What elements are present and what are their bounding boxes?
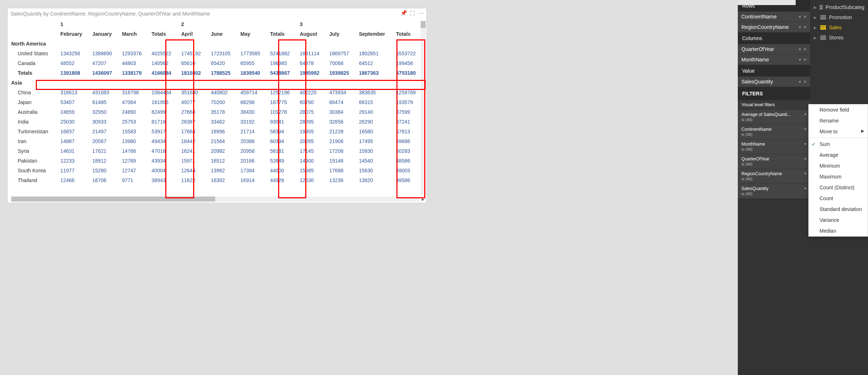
matrix-cell[interactable]: 20285 [297, 136, 327, 146]
matrix-cell[interactable]: 59686 [393, 136, 423, 146]
column-header[interactable]: Totals [393, 29, 423, 39]
matrix-cell[interactable]: 38430 [238, 107, 267, 117]
matrix-cell[interactable]: 1773585 [238, 48, 267, 58]
matrix-cell[interactable]: 60790 [297, 97, 327, 107]
table-item[interactable]: ▶ ProductSubcateg [810, 2, 868, 12]
column-header[interactable]: July [327, 29, 356, 39]
chevron-down-icon[interactable]: ▾ [799, 47, 801, 52]
row-header[interactable]: Pakistan [11, 156, 58, 165]
column-header[interactable]: June [208, 29, 238, 39]
matrix-cell[interactable]: 15971 [178, 156, 208, 165]
menu-average[interactable]: Average [809, 150, 868, 160]
matrix-cell[interactable]: 316613 [58, 87, 89, 97]
matrix-cell[interactable]: 53407 [58, 97, 89, 107]
matrix-cell[interactable]: 25030 [58, 117, 89, 126]
quarter-header[interactable]: 1 [58, 19, 178, 29]
matrix-cell[interactable]: 87599 [393, 107, 423, 117]
chevron-down-icon[interactable]: ▾ [799, 25, 801, 30]
row-header[interactable]: Canada [11, 58, 58, 68]
matrix-cell[interactable]: 48586 [393, 156, 423, 165]
field-chip[interactable]: ContinentName ▾ ✕ [738, 12, 810, 22]
matrix-cell[interactable]: 1388890 [89, 48, 119, 58]
remove-field-icon[interactable]: ✕ [803, 47, 807, 52]
menu-move-to[interactable]: Move to▶ [809, 126, 868, 137]
matrix-cell[interactable]: 16706 [89, 175, 119, 185]
matrix-cell[interactable]: 4025522 [149, 48, 178, 58]
matrix-cell[interactable]: 17688 [327, 165, 356, 175]
matrix-cell[interactable]: 24659 [58, 107, 89, 117]
matrix-cell[interactable]: 13962 [208, 165, 238, 175]
matrix-cell[interactable]: 18442 [178, 136, 208, 146]
filter-card[interactable]: ContinentName ▾ is (All) [738, 125, 810, 139]
table-item[interactable]: ▶ Stores [810, 33, 868, 43]
matrix-visual[interactable]: 📌 ⛶ ⋯ SalesQuantity by ContinentName, Re… [7, 8, 427, 203]
matrix-cell[interactable]: 1881114 [297, 48, 327, 58]
matrix-cell[interactable]: 49003 [393, 165, 423, 175]
matrix-cell[interactable]: 70068 [327, 58, 356, 68]
matrix-cell[interactable]: 20388 [238, 136, 267, 146]
row-header[interactable]: South Korea [11, 165, 58, 175]
matrix-cell[interactable]: 17145 [297, 146, 327, 156]
matrix-cell[interactable]: 65610 [178, 58, 208, 68]
chevron-down-icon[interactable]: ▾ [799, 57, 801, 62]
matrix-cell[interactable]: 33192 [238, 117, 267, 126]
filter-card[interactable]: SalesQuantity ▾ is (All) [738, 184, 810, 199]
matrix-cell[interactable]: 199458 [393, 58, 423, 68]
matrix-cell[interactable]: 1343256 [58, 48, 89, 58]
matrix-cell[interactable]: 15685 [297, 165, 327, 175]
matrix-cell[interactable]: 21714 [238, 126, 267, 136]
menu-count-distinct[interactable]: Count (Distinct) [809, 182, 868, 193]
matrix-cell[interactable]: 1436097 [89, 68, 119, 78]
matrix-cell[interactable]: 48552 [58, 58, 89, 68]
remove-field-icon[interactable]: ✕ [803, 79, 807, 84]
field-chip[interactable]: RegionCountryName ▾ ✕ [738, 22, 810, 33]
matrix-cell[interactable]: 70200 [208, 97, 238, 107]
matrix-cell[interactable]: 1723105 [208, 48, 238, 58]
matrix-cell[interactable]: 12747 [119, 165, 149, 175]
matrix-body[interactable]: 1 2 3 FebruaryJanuaryMarchTotalsAprilJun… [8, 19, 426, 203]
matrix-cell[interactable]: 58181 [267, 146, 297, 156]
matrix-cell[interactable]: 12466 [58, 175, 89, 185]
matrix-cell[interactable]: 25753 [119, 117, 149, 126]
matrix-cell[interactable]: 5553722 [393, 48, 423, 58]
matrix-cell[interactable]: 1391808 [58, 68, 89, 78]
chevron-down-icon[interactable]: ▾ [799, 79, 801, 84]
expand-icon[interactable]: ▶ [814, 26, 817, 30]
matrix-cell[interactable]: 1252196 [267, 87, 297, 97]
matrix-cell[interactable]: 64878 [297, 58, 327, 68]
chevron-down-icon[interactable]: ▾ [804, 127, 807, 132]
matrix-cell[interactable]: 65420 [208, 58, 238, 68]
field-chip[interactable]: MonthName ▾ ✕ [738, 55, 810, 65]
matrix-cell[interactable]: 39586 [393, 175, 423, 185]
matrix-cell[interactable]: 21497 [89, 126, 119, 136]
matrix-cell[interactable]: 24890 [119, 107, 149, 117]
row-header[interactable]: India [11, 117, 58, 126]
menu-rename[interactable]: Rename [809, 115, 868, 126]
matrix-cell[interactable]: 14900 [297, 156, 327, 165]
table-item[interactable]: ▶ Promotion [810, 12, 868, 22]
matrix-cell[interactable]: 1788525 [208, 68, 238, 78]
matrix-cell[interactable]: 47207 [89, 58, 119, 68]
matrix-cell[interactable]: 15630 [356, 165, 393, 175]
matrix-cell[interactable]: 17394 [238, 165, 267, 175]
expand-icon[interactable]: ▶ [814, 36, 817, 40]
matrix-cell[interactable]: 29140 [356, 107, 393, 117]
column-header[interactable]: Totals [267, 29, 297, 39]
matrix-cell[interactable]: 15930 [356, 146, 393, 156]
matrix-cell[interactable]: 44000 [267, 165, 297, 175]
matrix-cell[interactable]: 16580 [356, 126, 393, 136]
matrix-cell[interactable]: 32856 [327, 117, 356, 126]
matrix-cell[interactable]: 26387 [178, 117, 208, 126]
matrix-cell[interactable]: 66315 [356, 97, 393, 107]
matrix-cell[interactable]: 49277 [178, 97, 208, 107]
remove-field-icon[interactable]: ✕ [803, 25, 807, 30]
matrix-cell[interactable]: 57613 [393, 126, 423, 136]
chevron-down-icon[interactable]: ▾ [799, 14, 801, 19]
matrix-cell[interactable]: 35178 [208, 107, 238, 117]
column-header[interactable]: August [297, 29, 327, 39]
column-header[interactable]: September [356, 29, 393, 39]
matrix-cell[interactable]: 47018 [149, 146, 178, 156]
chevron-down-icon[interactable]: ▾ [804, 171, 807, 176]
filter-card[interactable]: QuarterOfYear ▾ is (All) [738, 154, 810, 169]
menu-std-dev[interactable]: Standard deviation [809, 204, 868, 215]
